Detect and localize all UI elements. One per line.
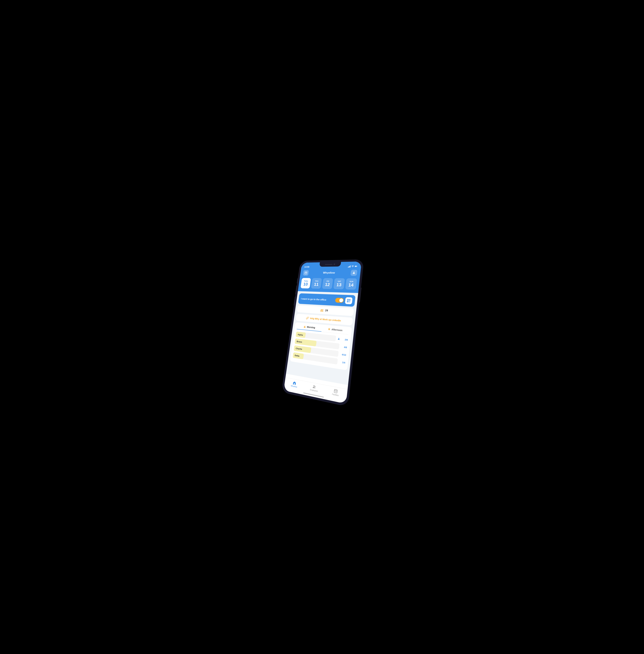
mute-button	[297, 278, 298, 283]
qr-button[interactable]	[345, 297, 352, 304]
morning-tab-label: Morning	[307, 326, 315, 329]
home-indicator	[303, 392, 324, 397]
svg-rect-0	[355, 266, 357, 267]
person-badge-icon	[337, 337, 340, 340]
date-thu[interactable]: Thu 11	[311, 278, 322, 289]
calendar-button[interactable]	[303, 270, 309, 276]
svg-rect-2	[305, 272, 307, 274]
nav-employees[interactable]: Employees	[304, 383, 325, 393]
svg-point-23	[338, 338, 339, 339]
speaker	[325, 264, 332, 265]
employees-icon	[312, 385, 317, 389]
linkedin-text: Volg Why at Work op LinkedIn	[310, 317, 341, 322]
svg-rect-7	[306, 273, 306, 273]
person-icon	[352, 271, 356, 274]
status-icons	[348, 265, 358, 268]
svg-rect-13	[347, 301, 348, 302]
date-sun[interactable]: Sun 14	[345, 278, 357, 290]
battery-icon	[355, 265, 358, 268]
date-num-12: 12	[325, 282, 330, 287]
room-count-delta: 1/4	[339, 361, 345, 364]
app-title: Whyellow	[323, 271, 335, 274]
volume-up-button	[295, 286, 297, 294]
svg-point-26	[315, 386, 316, 387]
bottom-nav: Whyellow Employees	[283, 377, 347, 404]
date-dayname-fri: Fri	[326, 280, 329, 282]
toggle-knob	[339, 298, 343, 302]
link-icon	[306, 317, 309, 319]
room-row-delta[interactable]: Delta 1/4	[293, 352, 346, 366]
qr-icon	[347, 299, 351, 302]
date-strip: Today 10 Thu 11 Fri 12 Sat 13	[298, 278, 360, 293]
svg-rect-15	[349, 301, 349, 301]
office-count: 24	[325, 309, 328, 312]
nav-facilities[interactable]: Facilities	[324, 387, 347, 398]
svg-point-22	[328, 329, 330, 330]
svg-rect-1	[355, 266, 356, 267]
app-header: Whyellow	[300, 268, 361, 278]
facilities-icon	[334, 389, 338, 394]
nav-label-employees: Employees	[310, 389, 318, 392]
screen: 14:55	[283, 262, 362, 404]
svg-rect-12	[349, 299, 350, 300]
slots-card: Morning Afternoon	[290, 322, 352, 370]
notch	[319, 262, 341, 267]
room-bar-delta: Delta	[293, 352, 338, 364]
svg-rect-16	[350, 301, 350, 301]
tab-morning[interactable]: Morning	[297, 324, 322, 332]
office-toggle-text: I want to go to the office	[301, 297, 334, 301]
date-num-11: 11	[314, 282, 319, 287]
today-label: Today	[304, 280, 308, 282]
morning-icon	[303, 325, 306, 328]
wifi-icon	[351, 265, 354, 268]
svg-rect-31	[335, 391, 336, 392]
room-count-charlie: 4/10	[340, 353, 346, 356]
svg-point-25	[313, 385, 315, 387]
date-dayname-thu: Thu	[315, 280, 319, 282]
phone-device: 14:55	[281, 259, 364, 407]
svg-rect-10	[347, 299, 348, 300]
nav-label-whyellow: Whyellow	[291, 385, 297, 388]
signal-icon	[348, 265, 351, 267]
room-count-alpha: 2/8	[342, 338, 348, 341]
afternoon-icon	[327, 328, 331, 331]
afternoon-tab-label: Afternoon	[331, 328, 342, 332]
svg-point-8	[353, 272, 354, 273]
svg-rect-18	[350, 302, 350, 302]
date-dayname-sat: Sat	[338, 281, 341, 282]
calendar-icon	[304, 271, 307, 274]
nav-whyellow[interactable]: Whyellow	[284, 379, 304, 389]
volume-down-button	[294, 297, 295, 306]
date-today[interactable]: Today 10	[301, 278, 311, 288]
svg-rect-11	[349, 299, 350, 300]
nav-label-facilities: Facilities	[332, 393, 339, 396]
camera	[334, 264, 336, 265]
svg-point-20	[322, 309, 323, 310]
office-toggle-card[interactable]: I want to go to the office	[298, 293, 355, 307]
tab-afternoon[interactable]: Afternoon	[321, 327, 349, 334]
profile-button[interactable]	[350, 270, 357, 276]
status-time: 14:55	[304, 266, 309, 268]
date-num-10: 10	[303, 282, 308, 286]
date-sat[interactable]: Sat 13	[333, 278, 345, 289]
svg-rect-17	[349, 302, 349, 302]
svg-rect-32	[336, 391, 337, 392]
svg-rect-9	[347, 299, 348, 300]
date-num-13: 13	[336, 283, 342, 287]
home-icon	[292, 381, 297, 385]
main-content: I want to go to the office	[286, 291, 358, 385]
svg-point-19	[321, 309, 322, 310]
people-icon	[320, 309, 324, 312]
svg-rect-14	[347, 301, 348, 302]
office-toggle-switch[interactable]	[335, 298, 344, 303]
date-num-14: 14	[348, 283, 354, 287]
room-count-bravo: 4/8	[341, 345, 347, 348]
svg-rect-27	[334, 389, 338, 393]
svg-rect-6	[305, 273, 306, 273]
svg-line-30	[334, 391, 337, 391]
power-button	[359, 288, 362, 302]
date-fri[interactable]: Fri 12	[322, 278, 333, 289]
date-dayname-sun: Sun	[349, 281, 353, 283]
